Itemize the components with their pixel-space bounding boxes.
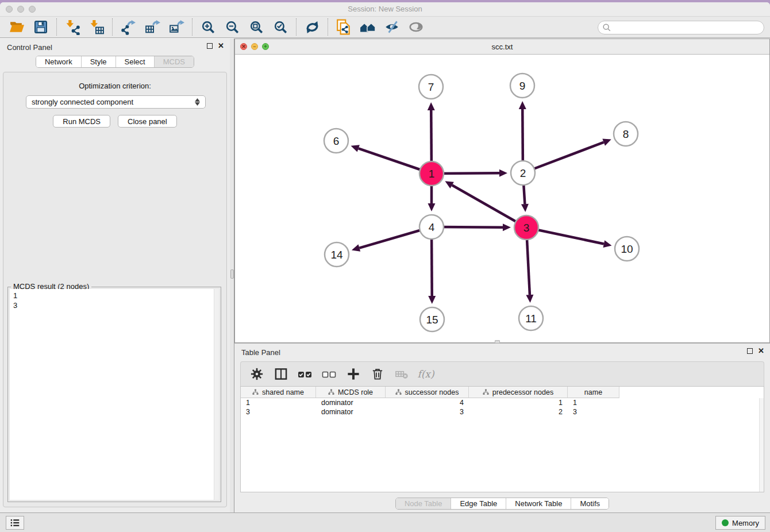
graph-edge-2-8[interactable] xyxy=(523,142,604,173)
mcds-result-groupbox: MCDS result (2 nodes) 1 3 xyxy=(7,287,221,502)
network-graph: 7968124314101511 xyxy=(235,55,769,342)
unchecked-boxes-icon xyxy=(322,367,337,381)
close-panel-button[interactable]: Close panel xyxy=(118,115,177,128)
graph-edge-arrow-3-10 xyxy=(603,240,612,248)
column-header-successor-nodes[interactable]: successor nodes xyxy=(386,387,469,398)
birds-eye-view-button[interactable] xyxy=(404,18,428,36)
tab-mcds[interactable]: MCDS xyxy=(155,56,194,67)
table-cell[interactable]: 3 xyxy=(241,407,316,417)
export-network-button[interactable] xyxy=(116,18,140,36)
run-mcds-button[interactable]: Run MCDS xyxy=(53,115,110,128)
graph-edge-arrow-3-11 xyxy=(526,295,533,303)
tab-motifs[interactable]: Motifs xyxy=(571,498,609,509)
open-file-icon xyxy=(9,20,25,35)
tab-network[interactable]: Network xyxy=(36,56,82,67)
show-panels-button[interactable] xyxy=(356,18,380,36)
graph-node-label-4: 4 xyxy=(429,221,435,233)
import-network-icon xyxy=(65,20,80,35)
toolbar-separator xyxy=(192,18,192,36)
tab-edge-table[interactable]: Edge Table xyxy=(451,498,506,509)
delete-table-button-disabled xyxy=(394,366,410,382)
table-cell[interactable]: 1 xyxy=(241,398,316,407)
graph-node-label-2: 2 xyxy=(520,167,526,179)
apply-layout-button[interactable] xyxy=(300,18,324,36)
open-file-button[interactable] xyxy=(5,18,29,36)
graph-edge-arrow-2-9 xyxy=(519,101,526,109)
tab-network-table[interactable]: Network Table xyxy=(506,498,571,509)
graph-node-label-10: 10 xyxy=(621,243,633,255)
table-panel-title: Table Panel xyxy=(241,348,280,357)
table-row[interactable]: 1dominator411 xyxy=(241,398,764,407)
select-spinner-icon xyxy=(195,98,200,106)
close-panel-icon[interactable]: ✕ xyxy=(218,43,224,49)
table-panel: Table Panel ✕ xyxy=(234,343,770,515)
search-icon xyxy=(602,23,611,32)
add-column-button[interactable] xyxy=(345,366,361,382)
graph-node-label-14: 14 xyxy=(330,249,343,261)
delete-column-button[interactable] xyxy=(369,366,386,382)
mcds-result-lines[interactable]: 1 3 xyxy=(10,289,219,500)
save-session-icon xyxy=(33,20,48,34)
zoom-selected-button[interactable] xyxy=(268,18,292,36)
delete-table-icon xyxy=(395,367,409,381)
import-table-button[interactable] xyxy=(84,18,109,36)
show-panels-icon xyxy=(360,19,376,35)
table-cell[interactable]: 1 xyxy=(469,398,568,407)
table-options-button[interactable] xyxy=(249,366,265,382)
task-history-button[interactable] xyxy=(6,516,24,530)
optimization-criterion-select[interactable]: strongly connected component xyxy=(26,95,206,109)
import-network-button[interactable] xyxy=(60,18,84,36)
main-content: Control Panel ✕ NetworkStyleSelectMCDS O… xyxy=(0,38,770,515)
column-header-label: successor nodes xyxy=(405,388,459,396)
import-table-icon xyxy=(89,20,105,35)
table-cell[interactable]: dominator xyxy=(316,407,386,417)
tab-style[interactable]: Style xyxy=(82,56,116,67)
hide-graphics-details-button[interactable] xyxy=(380,18,404,36)
list-icon xyxy=(9,517,21,529)
float-table-panel-icon[interactable] xyxy=(747,348,753,354)
deselect-all-button[interactable] xyxy=(321,366,337,382)
column-header-MCDS-role[interactable]: MCDS role xyxy=(316,387,386,398)
network-canvas[interactable]: 7968124314101511 xyxy=(235,55,769,342)
table-row[interactable]: 3dominator323 xyxy=(241,407,764,417)
table-cell[interactable]: 4 xyxy=(386,398,469,407)
network-window-titlebar: ✕ − + scc.txt xyxy=(235,39,769,55)
memory-status-icon xyxy=(722,519,729,526)
float-panel-icon[interactable] xyxy=(207,43,213,49)
table-cell[interactable]: 1 xyxy=(568,398,619,407)
search-input[interactable] xyxy=(611,22,764,33)
save-session-button[interactable] xyxy=(29,18,53,36)
attribute-tree-icon xyxy=(252,389,259,395)
column-selector-button[interactable] xyxy=(273,366,289,382)
select-all-button[interactable] xyxy=(297,366,313,382)
vertical-splitter-handle[interactable] xyxy=(230,269,234,279)
table-cell[interactable]: dominator xyxy=(316,398,386,407)
zoom-out-button[interactable] xyxy=(220,18,244,36)
attribute-tree-icon xyxy=(395,389,402,395)
result-scrollbar[interactable] xyxy=(214,289,219,500)
table-cell[interactable]: 2 xyxy=(469,407,568,417)
table-toolbar: f(x) xyxy=(240,361,764,386)
column-header-name[interactable]: name xyxy=(568,387,619,398)
vertical-splitter[interactable] xyxy=(230,38,234,515)
table-cell[interactable]: 3 xyxy=(568,407,619,417)
memory-button[interactable]: Memory xyxy=(715,516,765,530)
close-table-panel-icon[interactable]: ✕ xyxy=(758,348,764,354)
optimization-criterion-value: strongly connected component xyxy=(32,98,133,106)
plus-icon xyxy=(346,367,360,381)
export-table-icon xyxy=(145,20,160,35)
column-header-predecessor-nodes[interactable]: predecessor nodes xyxy=(469,387,568,398)
export-image-button[interactable] xyxy=(164,18,188,36)
table-cell[interactable]: 3 xyxy=(386,407,469,417)
zoom-fit-button[interactable] xyxy=(244,18,268,36)
export-table-button[interactable] xyxy=(140,18,164,36)
graph-node-label-6: 6 xyxy=(333,135,340,147)
graph-edge-3-1[interactable] xyxy=(452,185,526,228)
clone-network-button[interactable] xyxy=(332,18,356,36)
tab-select[interactable]: Select xyxy=(116,56,155,67)
column-header-shared-name[interactable]: shared name xyxy=(241,387,316,398)
zoom-in-button[interactable] xyxy=(196,18,220,36)
tab-node-table[interactable]: Node Table xyxy=(396,498,452,509)
table-scrollbar[interactable] xyxy=(759,398,764,492)
control-tabs: NetworkStyleSelectMCDS xyxy=(36,56,194,68)
